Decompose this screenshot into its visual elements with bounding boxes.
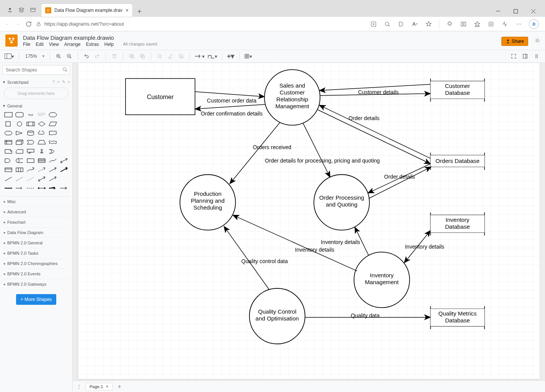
waypoints-icon[interactable]: ▾ [208, 52, 217, 61]
zoom-in-icon[interactable] [55, 52, 62, 61]
flow-order-details-db-in[interactable] [319, 105, 430, 158]
menu-file[interactable]: File [23, 42, 30, 47]
shape-step[interactable] [26, 139, 35, 146]
shape-blank4[interactable] [60, 139, 69, 146]
shape-line-dashed[interactable] [15, 176, 24, 182]
shape-blank[interactable] [60, 111, 69, 118]
general-header[interactable]: ▼General [2, 102, 70, 110]
menu-arrange[interactable]: Arrange [64, 42, 81, 47]
shape-tape[interactable] [49, 139, 57, 146]
file-name[interactable]: Data Flow Diagram example.drawio [23, 34, 157, 41]
scratchpad-edit-icon[interactable]: ✎ [62, 80, 65, 85]
category-bpmn-choreographies[interactable]: ▸BPMN 2.0 Choreographies [2, 259, 70, 269]
shape-square[interactable] [4, 120, 13, 127]
workspaces-icon[interactable] [18, 7, 24, 13]
shape-card[interactable] [15, 148, 24, 155]
shape-note[interactable] [4, 148, 13, 155]
connection-icon[interactable]: ▾ [194, 52, 205, 61]
shape-document[interactable] [49, 130, 57, 137]
shape-triangle[interactable] [15, 130, 24, 137]
shape-list[interactable] [37, 157, 46, 164]
drawing-canvas[interactable]: Customer Customer Database Orders Databa… [78, 63, 540, 379]
shape-callout[interactable] [26, 148, 35, 155]
profile-icon[interactable] [7, 7, 13, 13]
shape-circle[interactable] [15, 120, 24, 127]
undo-icon[interactable] [83, 52, 90, 61]
url-input[interactable]: https://app.diagrams.net/?src=about [36, 21, 366, 27]
favorites-bar-icon[interactable] [474, 21, 481, 28]
shape-line-solid[interactable] [4, 176, 13, 182]
text-size-icon[interactable]: A» [411, 21, 418, 28]
category-bpmn-events[interactable]: ▸BPMN 2.0 Events [2, 269, 70, 279]
menu-help[interactable]: Help [104, 42, 114, 47]
page-add-button[interactable]: + [115, 383, 123, 390]
sidebar-toggle-icon[interactable]: ▾ [5, 52, 14, 61]
shape-hexagon[interactable] [4, 130, 13, 137]
shape-ellipse[interactable] [49, 111, 57, 118]
shape-arrow-dashed[interactable] [37, 166, 46, 173]
share-button[interactable]: Share [501, 37, 528, 46]
zoom-out-icon[interactable] [65, 52, 73, 61]
shape-rectangle[interactable] [4, 111, 13, 118]
shape-container[interactable] [26, 157, 35, 164]
fullscreen-icon[interactable] [510, 52, 517, 61]
shape-or[interactable] [49, 148, 57, 155]
menu-edit[interactable]: Edit [36, 42, 44, 47]
shape-blank5[interactable] [60, 148, 69, 155]
scratchpad-add-icon[interactable]: + [57, 80, 59, 85]
diagram-svg[interactable]: Customer Customer Database Orders Databa… [78, 63, 540, 379]
flow-customer-order[interactable] [195, 92, 264, 97]
category-bpmn-gateways[interactable]: ▸BPMN 2.0 Gateways [2, 279, 70, 290]
browser-tab-active[interactable]: Data Flow Diagram example.drav × [41, 4, 132, 17]
flow-qcd[interactable] [224, 226, 269, 290]
window-maximize-button[interactable] [507, 5, 524, 17]
shape-cube[interactable] [15, 139, 24, 146]
flow-order-details-opq-out[interactable] [369, 167, 431, 198]
insert-icon[interactable]: +▾ [227, 52, 235, 61]
window-minimize-button[interactable] [489, 5, 507, 17]
page-tab-current[interactable]: Page-1▼ [85, 383, 113, 390]
shape-bidir-line[interactable] [37, 176, 46, 182]
tab-actions-icon[interactable] [30, 7, 36, 13]
shape-hlist[interactable] [4, 166, 13, 173]
tab-close-icon[interactable]: × [126, 7, 129, 13]
read-aloud-icon[interactable] [398, 21, 405, 28]
scratchpad-dropzone[interactable]: Drag elements here [4, 88, 69, 99]
shape-connector5[interactable] [49, 185, 57, 192]
shape-arrow-line[interactable] [49, 166, 57, 173]
shape-cylinder[interactable] [26, 130, 35, 137]
collections-icon[interactable] [488, 21, 494, 28]
table-icon[interactable]: ▾ [244, 52, 252, 61]
bing-chat-icon[interactable]: b [529, 19, 539, 29]
flow-order-proc[interactable] [303, 123, 330, 177]
collapse-icon[interactable] [533, 52, 540, 61]
menu-extras[interactable]: Extras [86, 42, 99, 47]
shape-connector3[interactable] [26, 185, 35, 192]
shape-bidir-arrow[interactable] [60, 157, 69, 164]
pages-menu-icon[interactable]: ⋮ [75, 384, 83, 389]
shape-textbox[interactable] [37, 111, 46, 118]
shape-connector4[interactable] [37, 185, 46, 192]
shape-arrow-curve[interactable] [26, 166, 35, 173]
theme-toggle-icon[interactable] [534, 37, 540, 45]
flow-order-conf[interactable] [195, 104, 265, 109]
category-flowchart[interactable]: ▸Flowchart [2, 217, 70, 228]
more-shapes-button[interactable]: + More Shapes [16, 294, 57, 305]
shape-arrow-simple[interactable] [49, 176, 57, 182]
shape-rounded[interactable] [15, 111, 24, 118]
shape-diamond[interactable] [37, 120, 46, 127]
shape-blank6[interactable] [60, 176, 69, 182]
shape-parallelogram[interactable] [49, 120, 57, 127]
shape-blank2[interactable] [60, 120, 69, 127]
nav-refresh-icon[interactable] [25, 21, 32, 28]
format-panel-icon[interactable] [521, 52, 529, 61]
category-dfd[interactable]: ▸Data Flow Diagram [2, 228, 70, 238]
shape-datastore[interactable] [15, 157, 24, 164]
shape-blank3[interactable] [60, 130, 69, 137]
shape-connector6[interactable] [60, 185, 69, 192]
search-shapes-input[interactable] [2, 65, 70, 75]
search-icon[interactable] [62, 67, 68, 73]
shape-hlist2[interactable] [15, 166, 24, 173]
canvas-area[interactable]: Customer Customer Database Orders Databa… [73, 63, 545, 392]
performance-icon[interactable] [501, 21, 508, 28]
